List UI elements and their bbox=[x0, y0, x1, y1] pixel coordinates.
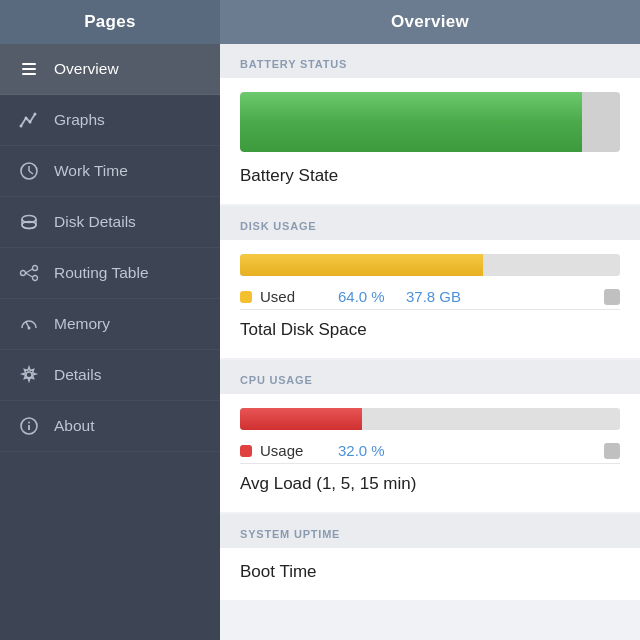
sidebar-item-about[interactable]: About bbox=[0, 401, 220, 452]
top-bar-pages: Pages bbox=[0, 0, 220, 44]
routing-icon bbox=[18, 262, 40, 284]
gear-icon bbox=[18, 364, 40, 386]
cpu-title: Avg Load (1, 5, 15 min) bbox=[240, 474, 416, 493]
disk-section-body: Used 64.0 % 37.8 GB Total Disk Space bbox=[220, 240, 640, 358]
sidebar-item-graphs[interactable]: Graphs bbox=[0, 95, 220, 146]
svg-rect-2 bbox=[22, 73, 36, 75]
disk-section-header: DISK USAGE bbox=[220, 206, 640, 240]
list-icon bbox=[18, 58, 40, 80]
cpu-dot bbox=[240, 445, 252, 457]
info-icon bbox=[18, 415, 40, 437]
clock-icon bbox=[18, 160, 40, 182]
svg-line-9 bbox=[29, 171, 33, 174]
battery-bar-fill bbox=[240, 92, 582, 152]
gauge-icon bbox=[18, 313, 40, 335]
content-area: BATTERY STATUS Battery State DISK USAGE bbox=[220, 44, 640, 640]
disk-bar bbox=[240, 254, 620, 276]
top-bar: Pages Overview bbox=[0, 0, 640, 44]
cpu-bar bbox=[240, 408, 620, 430]
sidebar-item-memory[interactable]: Memory bbox=[0, 299, 220, 350]
disk-used-pct: 64.0 % bbox=[338, 288, 398, 305]
cpu-usage-label: Usage bbox=[260, 442, 330, 459]
disk-bar-fill bbox=[240, 254, 483, 276]
disk-title: Total Disk Space bbox=[240, 320, 367, 339]
graph-icon bbox=[18, 109, 40, 131]
uptime-section-body: Boot Time bbox=[220, 548, 640, 600]
uptime-title: Boot Time bbox=[240, 562, 317, 581]
disk-section-label: DISK USAGE bbox=[240, 220, 316, 232]
sidebar-item-diskdetails[interactable]: Disk Details bbox=[0, 197, 220, 248]
svg-point-12 bbox=[21, 271, 26, 276]
cpu-section-body: Usage 32.0 % Avg Load (1, 5, 15 min) bbox=[220, 394, 640, 512]
cpu-section-label: CPU USAGE bbox=[240, 374, 313, 386]
sidebar-label-graphs: Graphs bbox=[54, 111, 105, 129]
main-layout: Overview Graphs bbox=[0, 44, 640, 640]
svg-line-16 bbox=[26, 273, 33, 277]
cpu-section: CPU USAGE Usage 32.0 % Avg Load (1, 5, 1… bbox=[220, 360, 640, 512]
sidebar-item-worktime[interactable]: Work Time bbox=[0, 146, 220, 197]
sidebar-item-routingtable[interactable]: Routing Table bbox=[0, 248, 220, 299]
svg-rect-1 bbox=[22, 68, 36, 70]
top-bar-overview: Overview bbox=[220, 0, 640, 44]
battery-title: Battery State bbox=[240, 166, 338, 185]
svg-rect-0 bbox=[22, 63, 36, 65]
battery-section-body: Battery State bbox=[220, 78, 640, 204]
cpu-bar-fill bbox=[240, 408, 362, 430]
disk-toggle[interactable] bbox=[604, 289, 620, 305]
pages-title: Pages bbox=[84, 12, 136, 32]
battery-section: BATTERY STATUS Battery State bbox=[220, 44, 640, 204]
sidebar-label-worktime: Work Time bbox=[54, 162, 128, 180]
uptime-section-header: SYSTEM UPTIME bbox=[220, 514, 640, 548]
cpu-toggle[interactable] bbox=[604, 443, 620, 459]
disk-used-size: 37.8 GB bbox=[406, 288, 461, 305]
sidebar-label-memory: Memory bbox=[54, 315, 110, 333]
sidebar-label-diskdetails: Disk Details bbox=[54, 213, 136, 231]
battery-bar-empty bbox=[582, 92, 620, 152]
disk-stat-row: Used 64.0 % 37.8 GB bbox=[240, 288, 620, 305]
disk-icon bbox=[18, 211, 40, 233]
disk-section: DISK USAGE Used 64.0 % 37.8 GB Total Dis… bbox=[220, 206, 640, 358]
svg-point-13 bbox=[33, 266, 38, 271]
svg-point-5 bbox=[29, 121, 32, 124]
sidebar-item-overview[interactable]: Overview bbox=[0, 44, 220, 95]
svg-point-14 bbox=[33, 276, 38, 281]
sidebar-label-routingtable: Routing Table bbox=[54, 264, 149, 282]
sidebar-label-about: About bbox=[54, 417, 95, 435]
svg-point-4 bbox=[25, 117, 28, 120]
svg-line-15 bbox=[26, 269, 33, 273]
disk-used-label: Used bbox=[260, 288, 330, 305]
battery-bar bbox=[240, 92, 620, 152]
svg-point-22 bbox=[28, 422, 30, 424]
sidebar-label-details: Details bbox=[54, 366, 101, 384]
svg-point-3 bbox=[20, 125, 23, 128]
cpu-stat-row: Usage 32.0 % bbox=[240, 442, 620, 459]
svg-point-18 bbox=[28, 327, 31, 330]
cpu-usage-pct: 32.0 % bbox=[338, 442, 398, 459]
sidebar-label-overview: Overview bbox=[54, 60, 119, 78]
sidebar-item-details[interactable]: Details bbox=[0, 350, 220, 401]
overview-title: Overview bbox=[391, 12, 469, 32]
disk-dot bbox=[240, 291, 252, 303]
battery-section-label: BATTERY STATUS bbox=[240, 58, 347, 70]
uptime-section: SYSTEM UPTIME Boot Time bbox=[220, 514, 640, 600]
battery-section-header: BATTERY STATUS bbox=[220, 44, 640, 78]
svg-point-6 bbox=[34, 113, 37, 116]
uptime-section-label: SYSTEM UPTIME bbox=[240, 528, 340, 540]
cpu-section-header: CPU USAGE bbox=[220, 360, 640, 394]
sidebar: Overview Graphs bbox=[0, 44, 220, 640]
